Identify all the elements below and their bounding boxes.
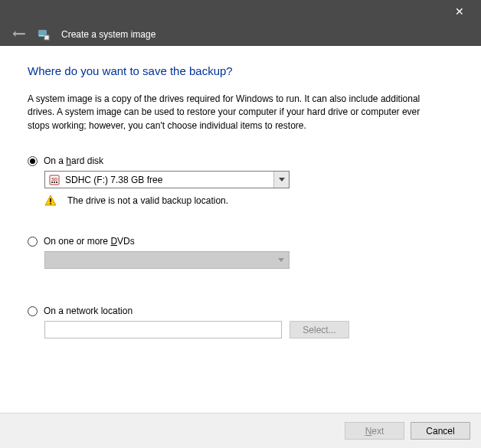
- page-heading: Where do you want to save the backup?: [28, 64, 453, 77]
- option-hard-disk[interactable]: On a hard disk: [28, 155, 453, 166]
- option-dvd-label: On one or more DVDs: [44, 236, 135, 247]
- option-dvd[interactable]: On one or more DVDs: [28, 236, 453, 247]
- dvd-dropdown: [44, 251, 290, 269]
- svg-rect-5: [51, 181, 53, 183]
- select-network-button: Select...: [290, 321, 349, 338]
- radio-hard-disk[interactable]: [28, 156, 38, 166]
- network-path-input[interactable]: [44, 321, 282, 338]
- svg-rect-8: [50, 198, 51, 202]
- drive-dropdown[interactable]: SD SDHC (F:) 7.38 GB free: [44, 171, 290, 188]
- chevron-down-icon: [273, 252, 289, 268]
- svg-rect-7: [56, 181, 57, 183]
- svg-rect-2: [44, 35, 49, 40]
- close-button[interactable]: ✕: [444, 0, 475, 23]
- chevron-down-icon[interactable]: [273, 172, 289, 188]
- option-network-label: On a network location: [44, 306, 133, 316]
- svg-rect-1: [39, 31, 46, 35]
- option-hard-disk-label: On a hard disk: [44, 155, 103, 166]
- radio-dvd[interactable]: [28, 237, 38, 247]
- next-button: Next: [345, 422, 404, 440]
- back-arrow-icon: 🠔: [12, 28, 26, 41]
- warning-text: The drive is not a valid backup location…: [67, 195, 228, 206]
- sd-card-icon: SD: [48, 174, 61, 186]
- page-description: A system image is a copy of the drives r…: [28, 93, 441, 132]
- radio-network[interactable]: [28, 306, 38, 316]
- system-image-icon: [38, 28, 50, 41]
- svg-rect-9: [50, 203, 51, 204]
- svg-rect-6: [54, 181, 55, 183]
- window-title: Create a system image: [61, 29, 155, 40]
- svg-text:SD: SD: [51, 177, 58, 181]
- drive-dropdown-value: SDHC (F:) 7.38 GB free: [65, 175, 162, 185]
- warning-icon: [44, 195, 57, 207]
- option-network[interactable]: On a network location: [28, 306, 453, 316]
- cancel-button[interactable]: Cancel: [411, 422, 470, 440]
